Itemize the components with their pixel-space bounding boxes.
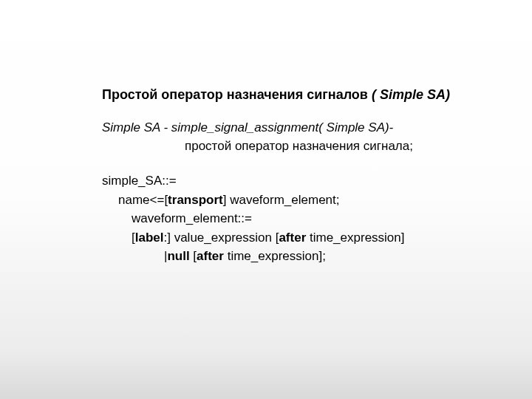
title-main: Простой оператор назначения сигналов [102,87,368,102]
syntax-line-4: [label:] value_expression [after time_ex… [102,228,502,248]
syn-l5-b: null [167,249,189,263]
syn-l3: waveform_element::= [102,209,252,228]
syntax-line-2: name<=[transport] waveform_element; [102,191,502,210]
slide-title: Простой оператор назначения сигналов ( S… [102,87,502,103]
syn-l5-e: time_expression]; [224,249,326,263]
syn-l4-c: :] value_expression [ [163,231,279,245]
syntax-block: simple_SA::= name<=[transport] waveform_… [102,171,502,266]
desc-line1-italic: Simple SA - simple_signal_assignment( Si… [102,120,389,134]
syn-l2-b: transport [168,193,223,207]
title-paren: ( Simple SA) [372,87,450,102]
syntax-line-3: waveform_element::= [102,209,502,228]
syn-l4-d: after [279,231,306,245]
syn-l4-b: label [135,231,164,245]
syn-l2-c: ] waveform_element; [223,193,340,207]
description: Simple SA - simple_signal_assignment( Si… [102,119,502,155]
syntax-line-1: simple_SA::= [102,171,502,191]
syn-l2-a: name<=[ [118,193,168,207]
syntax-line-5: |null [after time_expression]; [102,247,502,266]
syn-l5-d: after [197,249,224,263]
desc-line2: простой оператор назначения сигнала; [102,137,502,156]
syn-l5-c: [ [190,249,197,263]
syn-l4-e: time_expression] [306,231,404,245]
slide: Простой оператор назначения сигналов ( S… [0,0,532,399]
desc-line1-dash: - [389,120,394,134]
